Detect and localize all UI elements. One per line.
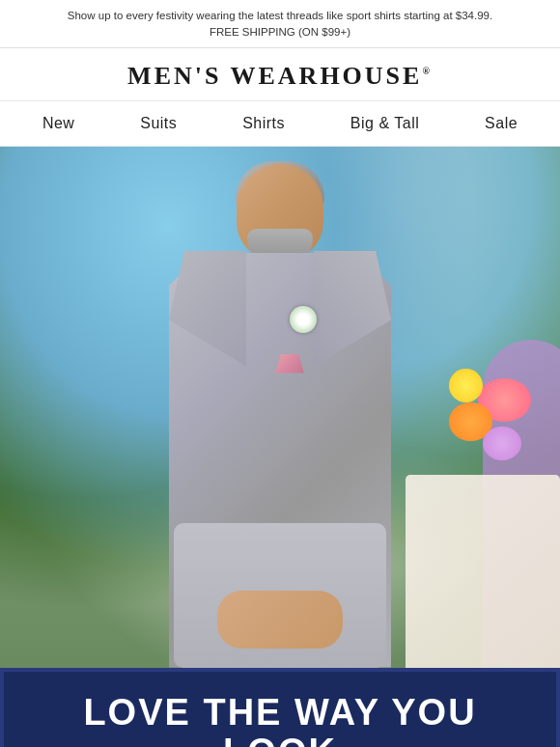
cta-banner[interactable]: LOVE THE WAY YOU LOOK bbox=[0, 668, 560, 748]
nav-bar: New Suits Shirts Big & Tall Sale bbox=[0, 100, 560, 147]
nav-item-big-tall[interactable]: Big & Tall bbox=[343, 111, 427, 136]
nav-item-new[interactable]: New bbox=[35, 111, 83, 136]
hands bbox=[217, 591, 343, 649]
nav-item-sale[interactable]: Sale bbox=[477, 111, 525, 136]
top-banner: Show up to every festivity wearing the l… bbox=[0, 0, 560, 48]
nav-item-shirts[interactable]: Shirts bbox=[235, 111, 293, 136]
logo[interactable]: MEN'S WEARHOUSE® bbox=[19, 62, 541, 91]
hero-image bbox=[0, 147, 560, 668]
flower-lavender bbox=[483, 427, 521, 460]
nav-item-suits[interactable]: Suits bbox=[132, 111, 184, 136]
logo-area: MEN'S WEARHOUSE® bbox=[0, 48, 560, 100]
cta-text: LOVE THE WAY YOU LOOK bbox=[33, 693, 527, 748]
boutonniere bbox=[290, 306, 317, 333]
banner-line2: FREE SHIPPING (ON $99+) bbox=[19, 24, 541, 41]
banner-line1: Show up to every festivity wearing the l… bbox=[19, 8, 541, 24]
main-figure bbox=[97, 147, 463, 668]
